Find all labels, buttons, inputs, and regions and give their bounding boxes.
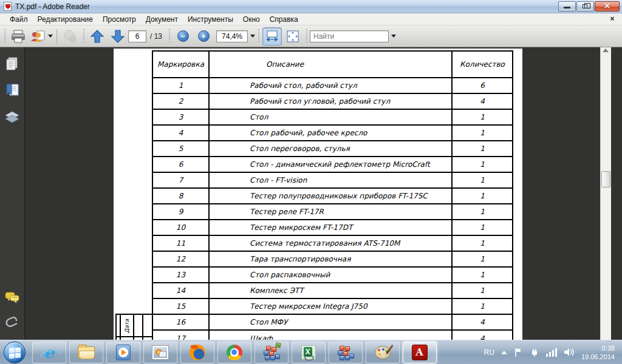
pages-panel-button[interactable] <box>4 56 20 72</box>
taskbar-internet-explorer[interactable]: e <box>32 342 66 363</box>
cell-mark: 12 <box>153 252 210 266</box>
titleblock-date-label: Дата <box>121 316 133 336</box>
zoom-in-button[interactable]: + <box>194 27 213 46</box>
clock-time: 0:38 <box>581 344 615 352</box>
menu-window[interactable]: Окно <box>238 14 265 25</box>
language-indicator[interactable]: RU <box>484 348 494 357</box>
fit-page-icon <box>286 30 299 43</box>
menu-edit[interactable]: Редактирование <box>33 14 98 25</box>
toolbar-grip[interactable] <box>305 29 308 44</box>
menu-document[interactable]: Документ <box>141 14 183 25</box>
toolbar-separator <box>56 29 57 44</box>
scroll-up-icon[interactable] <box>603 49 609 52</box>
taskbar-paint[interactable] <box>366 342 400 363</box>
minimize-button[interactable] <box>558 1 576 12</box>
attachments-panel-button[interactable] <box>4 315 20 331</box>
table-row: 13Стол распаковочный1 <box>153 268 512 283</box>
taskbar-adobe-reader[interactable]: A <box>403 342 437 363</box>
header-marking: Маркировка <box>153 52 210 77</box>
upload-disabled-button <box>60 27 80 46</box>
print-button[interactable] <box>9 27 28 46</box>
previous-page-button[interactable] <box>87 27 107 46</box>
document-pane[interactable]: Маркировка Описание Количество 1Рабочий … <box>26 47 611 340</box>
start-button[interactable] <box>4 342 26 363</box>
page-number-input[interactable] <box>128 30 146 42</box>
bookmarks-icon <box>4 83 20 98</box>
cell-qty: 1 <box>453 126 512 140</box>
table-row: 15Тестер микросхем Integra J7501 <box>153 299 512 315</box>
find-dropdown-caret[interactable] <box>391 35 396 38</box>
action-center-flag-icon[interactable] <box>514 348 523 357</box>
cell-qty: 1 <box>453 299 512 314</box>
cell-qty: 6 <box>453 78 512 93</box>
menu-tools[interactable]: Инструменты <box>183 14 238 25</box>
scrollbar-thumb[interactable] <box>601 171 610 187</box>
table-row: 7Стол - FT-vision1 <box>153 173 512 189</box>
fit-width-icon <box>265 30 279 43</box>
taskbar-media-player[interactable] <box>106 342 140 363</box>
menu-bar: Файл Редактирование Просмотр Документ Ин… <box>0 13 622 25</box>
hidden-icons-button[interactable] <box>501 351 507 354</box>
table-row: 1Рабочий стол, рабочий стул6 <box>153 78 512 94</box>
document-close-icon[interactable]: × <box>607 15 617 23</box>
header-quantity: Количество <box>453 52 512 77</box>
share-button[interactable] <box>29 27 53 46</box>
blocks-pencil-app-icon <box>264 345 279 360</box>
media-player-icon <box>116 345 131 360</box>
close-icon: ✕ <box>595 2 619 11</box>
taskbar-chrome[interactable] <box>217 342 251 363</box>
fit-page-button[interactable] <box>283 27 302 46</box>
taskbar-excel[interactable] <box>292 342 326 363</box>
zoom-level-value[interactable]: 74,4% <box>216 30 248 42</box>
restore-button[interactable] <box>576 1 594 12</box>
layers-icon <box>4 109 20 125</box>
toolbar-grip[interactable] <box>257 29 260 44</box>
taskbar-windows-explorer[interactable] <box>69 342 103 363</box>
bookmarks-panel-button[interactable] <box>4 83 20 98</box>
table-row: 6Стол - динамический рефлектометр MicroC… <box>153 157 512 173</box>
cell-qty: 1 <box>453 236 512 251</box>
next-page-button[interactable] <box>108 27 128 46</box>
layers-panel-button[interactable] <box>4 109 20 125</box>
vertical-scrollbar[interactable] <box>600 47 611 340</box>
clock[interactable]: 0:38 19.06.2014 <box>581 344 615 361</box>
menu-file[interactable]: Файл <box>5 14 33 25</box>
cell-qty: 1 <box>453 141 512 156</box>
taskbar-firefox[interactable] <box>180 342 214 363</box>
window-title: TX.pdf - Adobe Reader <box>15 2 90 11</box>
cell-qty: 1 <box>453 204 512 219</box>
toolbar-grip[interactable] <box>82 29 85 44</box>
fit-width-button[interactable] <box>262 27 282 46</box>
comments-panel-button[interactable] <box>4 290 20 306</box>
share-dropdown-caret[interactable] <box>48 35 53 38</box>
close-button[interactable]: ✕ <box>595 1 620 12</box>
cell-desc: Стол МФУ <box>210 315 453 329</box>
speaker-icon[interactable] <box>564 348 575 357</box>
toolbar-grip[interactable] <box>168 29 171 44</box>
network-signal-icon[interactable] <box>546 348 557 357</box>
taskbar-photo-viewer[interactable] <box>143 342 177 363</box>
cell-mark: 5 <box>153 141 210 156</box>
share-people-icon <box>30 30 46 43</box>
title-bar: TX.pdf - Adobe Reader ✕ <box>0 0 622 13</box>
toolbar-grip[interactable] <box>3 29 6 44</box>
table-row: 4Стол рабочий, рабочее кресло1 <box>153 126 512 141</box>
minus-icon: − <box>177 30 189 42</box>
zoom-dropdown-caret[interactable] <box>250 35 255 38</box>
taskbar-blocks-pencil-app[interactable] <box>255 342 289 363</box>
navigation-sidebar <box>0 47 25 340</box>
arrow-down-icon <box>111 29 125 44</box>
menu-help[interactable]: Справка <box>265 14 303 25</box>
printer-icon <box>11 30 26 43</box>
menu-view[interactable]: Просмотр <box>98 14 141 25</box>
globe-disabled-icon <box>63 30 77 43</box>
find-input[interactable] <box>310 30 389 42</box>
folder-icon <box>78 346 95 359</box>
taskbar-blocks-app[interactable] <box>329 342 363 363</box>
power-plug-icon[interactable] <box>530 348 539 357</box>
table-row: 2Рабочий стол угловой, рабочий стул4 <box>153 94 512 110</box>
cell-mark: 17 <box>153 331 210 340</box>
cell-desc: Стол рабочий, рабочее кресло <box>210 126 453 140</box>
cell-mark: 15 <box>153 299 210 314</box>
zoom-out-button[interactable]: − <box>173 27 193 46</box>
